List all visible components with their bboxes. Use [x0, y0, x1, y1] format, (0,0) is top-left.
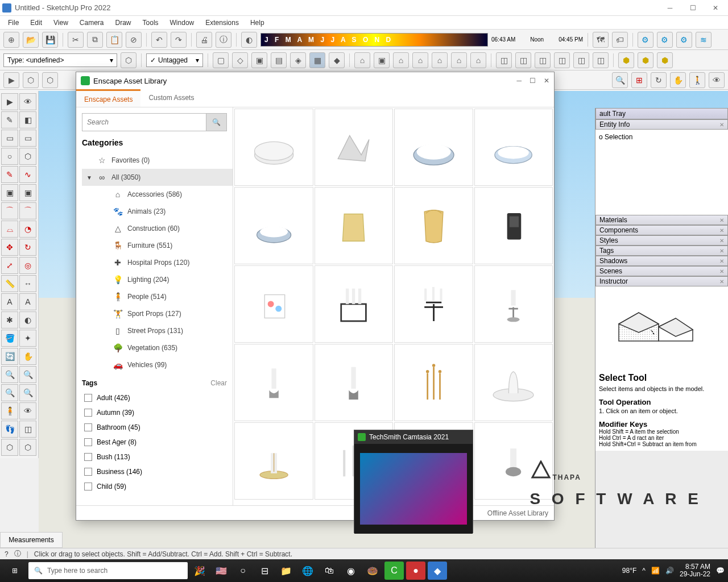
clear-tags[interactable]: Clear	[210, 379, 227, 387]
sys-up[interactable]: ^	[642, 567, 646, 575]
start-button[interactable]: ⊞	[3, 562, 26, 580]
view2-button[interactable]: ▣	[374, 52, 390, 68]
tag-select[interactable]: ✓ Untagged ▾	[146, 53, 203, 67]
asset-9[interactable]	[315, 265, 394, 343]
asset-16[interactable]	[234, 422, 313, 500]
lt-dim[interactable]: ↔	[19, 275, 36, 292]
open-button[interactable]: 📂	[23, 32, 39, 48]
solid6-button[interactable]: ▦	[309, 52, 325, 68]
lt-select[interactable]: ▶	[1, 93, 18, 110]
t3-look[interactable]: 👁	[709, 72, 725, 88]
cat-2[interactable]: △Construction (60)	[98, 220, 233, 237]
ext3-button[interactable]: ⚙	[676, 32, 692, 48]
lt-orbit2[interactable]: 🔄	[1, 348, 18, 365]
lt-paint[interactable]: 🪣	[1, 330, 18, 347]
cat-all[interactable]: ▼∞ All (3050)	[82, 169, 233, 186]
tray-header[interactable]: ault Tray	[595, 108, 728, 119]
t3-b2[interactable]: ⬡	[42, 72, 58, 88]
instructor-panel[interactable]: Instructor✕	[595, 276, 728, 286]
lt-zoomw[interactable]: 🔍	[19, 366, 36, 383]
help-icon[interactable]: ?	[5, 550, 9, 558]
view7-button[interactable]: ⌂	[470, 52, 486, 68]
menu-help[interactable]: Help	[246, 18, 269, 28]
lt-text[interactable]: A	[1, 293, 18, 310]
asset-1[interactable]	[315, 109, 394, 186]
view3-button[interactable]: ⌂	[393, 52, 409, 68]
tab-custom-assets[interactable]: Custom Assets	[140, 89, 202, 107]
lt-tape[interactable]: 📏	[1, 275, 18, 292]
view1-button[interactable]: ⌂	[354, 52, 370, 68]
lt-move[interactable]: ✥	[1, 239, 18, 256]
lt-pan2[interactable]: ✋	[19, 348, 36, 365]
asset-11[interactable]	[474, 265, 553, 343]
checkbox[interactable]	[84, 409, 92, 417]
asset-5[interactable]	[315, 187, 394, 264]
lt-rect[interactable]: ▭	[1, 130, 18, 147]
menu-view[interactable]: View	[49, 18, 73, 28]
close-button[interactable]: ✕	[705, 1, 726, 15]
cat-5[interactable]: 💡Lighting (204)	[98, 271, 233, 288]
ti-explorer[interactable]: 📁	[276, 562, 296, 580]
lt-zoom2[interactable]: 🔍	[1, 366, 18, 383]
t3-ext[interactable]: ⊞	[631, 72, 647, 88]
cat-4[interactable]: ✚Hospital Props (120)	[98, 254, 233, 271]
checkbox[interactable]	[84, 423, 92, 431]
time-slider[interactable]: J F M A M J J A S O N D	[260, 33, 488, 47]
cat-favorites[interactable]: ☆ Favorites (0)	[82, 152, 233, 169]
lt-pie[interactable]: ◔	[19, 221, 36, 238]
tag-1[interactable]: Autumn (39)	[82, 405, 233, 420]
clock[interactable]: 8:57 AM 29-Jun-22	[680, 563, 710, 578]
info-icon[interactable]: ⓘ	[14, 549, 21, 559]
checkbox[interactable]	[84, 438, 92, 446]
model-info-button[interactable]: ⓘ	[216, 32, 231, 48]
asset-19[interactable]	[474, 422, 553, 500]
tag-0[interactable]: Adult (426)	[82, 390, 233, 405]
shape1-button[interactable]: ⬢	[618, 52, 634, 68]
asset-8[interactable]	[234, 265, 313, 343]
lt-poly[interactable]: ⬡	[19, 148, 36, 165]
solid5-button[interactable]: ◈	[290, 52, 306, 68]
minimize-button[interactable]: ─	[660, 1, 680, 15]
tag-4[interactable]: Bush (113)	[82, 450, 233, 464]
lt-look2[interactable]: 👁	[19, 402, 36, 419]
menu-camera[interactable]: Camera	[75, 18, 109, 28]
t3-b1[interactable]: ⬡	[23, 72, 39, 88]
ext2-button[interactable]: ⚙	[657, 32, 673, 48]
ti-chrome[interactable]: ◉	[341, 562, 361, 580]
ti-cortana[interactable]: ○	[233, 562, 253, 580]
cat-7[interactable]: 🏋Sport Props (127)	[98, 305, 233, 322]
geo-button[interactable]: 🗺	[593, 32, 609, 48]
entity-info-panel[interactable]: Entity Info✕	[595, 119, 728, 130]
scenes-panel[interactable]: Scenes✕	[595, 266, 728, 276]
sys-notif[interactable]: 💬	[716, 567, 725, 575]
cat-6[interactable]: 🧍People (514)	[98, 288, 233, 305]
lt-more1[interactable]: ⬡	[1, 439, 18, 456]
enscape-max[interactable]: ☐	[530, 77, 536, 85]
shadows-panel[interactable]: Shadows✕	[595, 256, 728, 266]
select-tool[interactable]: ▶	[3, 72, 19, 88]
asset-2[interactable]	[394, 109, 473, 186]
delete-button[interactable]: ⊘	[126, 32, 142, 48]
lt-axes[interactable]: ✱	[1, 311, 18, 329]
lt-pos[interactable]: 🧍	[1, 402, 18, 419]
temp[interactable]: 98°F	[622, 567, 636, 575]
solid4-button[interactable]: ▤	[271, 52, 287, 68]
asset-4[interactable]	[234, 187, 313, 264]
styles-panel[interactable]: Styles✕	[595, 235, 728, 246]
tab-enscape-assets[interactable]: Enscape Assets	[76, 89, 140, 107]
tag-6[interactable]: Child (59)	[82, 479, 233, 494]
lt-follow[interactable]: ▣	[19, 184, 36, 201]
cat-10[interactable]: 🚗Vehicles (99)	[98, 356, 233, 373]
enscape-min[interactable]: ─	[516, 77, 522, 85]
lt-offset[interactable]: ◎	[19, 257, 36, 274]
asset-13[interactable]	[315, 344, 394, 421]
solid3-button[interactable]: ▣	[251, 52, 267, 68]
comp6-button[interactable]: ◫	[593, 52, 609, 68]
comp2-button[interactable]: ◫	[515, 52, 531, 68]
paste-button[interactable]: 📋	[106, 32, 122, 48]
lt-more2[interactable]: ⬡	[19, 439, 36, 456]
type-select[interactable]: Type: <undefined> ▾	[3, 53, 117, 67]
components-panel[interactable]: Components✕	[595, 225, 728, 235]
asset-12[interactable]	[234, 344, 313, 421]
print-button[interactable]: 🖨	[196, 32, 212, 48]
